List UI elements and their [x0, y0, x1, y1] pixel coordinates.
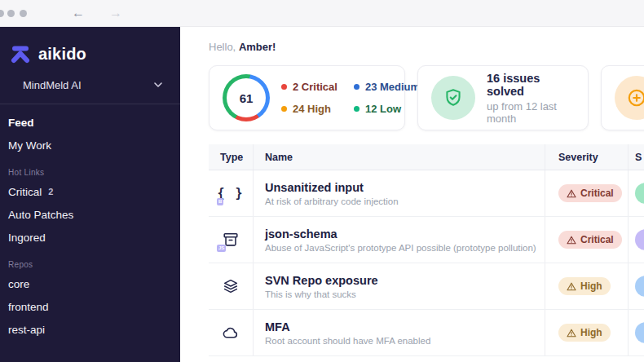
workspace-name: MindMeld AI: [23, 79, 82, 91]
table-row[interactable]: JS json-schema Abuse of JavaScript's pro…: [209, 217, 644, 263]
legend-critical: 2 Critical: [281, 81, 337, 93]
sidebar-item-repo-frontend[interactable]: frontend: [0, 295, 180, 318]
issue-description: Abuse of JavaScript's prototype API poss…: [265, 243, 545, 253]
sidebar-item-label: Critical: [8, 186, 42, 198]
sidebar-item-repo-rest-api[interactable]: rest-api: [0, 318, 180, 341]
legend-low: 12 Low: [354, 103, 420, 115]
legend-label: 2 Critical: [293, 81, 337, 93]
table-header: Type Name Severity S: [209, 144, 644, 170]
window-dot[interactable]: [20, 10, 27, 17]
severity-legend: 2 Critical 24 High 23 Medium 12 Low: [281, 81, 420, 115]
warning-triangle-icon: [567, 189, 576, 198]
issue-name: SVN Repo exposure: [265, 274, 545, 287]
window-controls: [0, 0, 33, 26]
window-dot[interactable]: [0, 10, 4, 17]
sidebar-item-label: frontend: [8, 301, 49, 313]
sidebar: aikido MindMeld AI Feed My Work Hot Link…: [0, 27, 180, 362]
greeting-prefix: Hello,: [209, 41, 236, 53]
low-dot-icon: [354, 106, 359, 112]
sidebar-item-feed[interactable]: Feed: [0, 111, 180, 134]
status-badge: [635, 183, 644, 204]
critical-dot-icon: [281, 84, 287, 90]
critical-count-badge: 2: [48, 187, 53, 196]
code-braces-icon: { } B: [220, 183, 241, 204]
issue-name: json-schema: [265, 227, 545, 241]
table-row[interactable]: SVN Repo exposure This is why that sucks…: [209, 263, 644, 310]
warning-triangle-icon: [567, 282, 576, 291]
status-badge: [635, 322, 644, 343]
score-value: 61: [223, 74, 270, 121]
sidebar-item-ingored[interactable]: Ingored: [0, 226, 180, 249]
add-card[interactable]: [601, 65, 644, 130]
language-badge: B: [217, 198, 223, 205]
solved-subtitle: up from 12 last month: [487, 100, 575, 125]
severity-badge: High: [558, 277, 611, 295]
score-gauge: 61: [223, 74, 270, 121]
sidebar-item-my-work[interactable]: My Work: [0, 134, 180, 157]
cloud-icon: [220, 322, 241, 343]
legend-high: 24 High: [281, 103, 337, 115]
status-badge: [635, 229, 644, 250]
app-window: ← → aikido MindMeld AI Feed: [0, 0, 644, 362]
issues-solved-card: 16 issues solved up from 12 last month: [417, 65, 589, 130]
severity-badge: Critical: [558, 184, 622, 202]
sidebar-item-label: Feed: [8, 117, 34, 129]
issue-description: This is why that sucks: [265, 289, 545, 299]
main-content: Hello, Amber! 61 2 Critical 24 High: [180, 27, 644, 362]
legend-medium: 23 Medium: [354, 81, 420, 93]
issue-description: Root account should have MFA enabled: [265, 336, 545, 346]
security-score-card: 61 2 Critical 24 High 23 Medium: [209, 65, 405, 130]
issue-name: Unsanitized input: [265, 181, 545, 194]
high-dot-icon: [281, 106, 287, 112]
severity-label: High: [580, 327, 602, 338]
sidebar-item-critical[interactable]: Critical 2: [0, 180, 180, 203]
severity-label: Critical: [580, 234, 614, 245]
legend-label: 12 Low: [365, 103, 401, 115]
shield-check-icon: [431, 76, 475, 120]
header-type: Type: [209, 144, 254, 170]
workspace-switcher[interactable]: MindMeld AI: [0, 74, 180, 95]
warning-triangle-icon: [567, 329, 576, 338]
greeting-name: Amber!: [239, 41, 276, 53]
warning-triangle-icon: [567, 236, 576, 245]
severity-label: High: [580, 280, 602, 292]
sidebar-item-label: rest-api: [8, 324, 45, 336]
section-label-repos: Repos: [0, 260, 180, 272]
severity-badge: Critical: [558, 231, 622, 249]
severity-label: Critical: [580, 188, 614, 199]
chevron-down-icon: [154, 82, 162, 87]
sidebar-item-repo-core[interactable]: core: [0, 272, 180, 295]
browser-topbar: ← →: [0, 0, 644, 27]
sidebar-item-auto-patches[interactable]: Auto Patches: [0, 203, 180, 226]
legend-label: 24 High: [293, 103, 331, 115]
language-badge: JS: [217, 245, 226, 252]
plus-circle-icon[interactable]: [615, 76, 644, 120]
aikido-logo-icon: [10, 43, 31, 64]
section-label-hot-links: Hot Links: [0, 168, 180, 180]
sidebar-item-label: Auto Patches: [8, 209, 73, 221]
solved-title: 16 issues solved: [487, 72, 575, 98]
header-status: S: [629, 144, 644, 170]
header-severity: Severity: [545, 144, 629, 170]
table-row[interactable]: { } B Unsanitized input At risk of arbit…: [209, 170, 644, 217]
issue-name: MFA: [265, 320, 545, 333]
issue-description: At risk of arbitrary code injection: [265, 196, 545, 206]
severity-badge: High: [558, 324, 611, 342]
back-icon[interactable]: ←: [65, 3, 91, 23]
sidebar-item-label: core: [8, 278, 29, 290]
sidebar-nav: Feed My Work Hot Links Critical 2 Auto P…: [0, 104, 180, 341]
logo[interactable]: aikido: [0, 27, 180, 64]
sidebar-item-label: Ingored: [8, 232, 46, 244]
package-icon: JS: [220, 229, 241, 250]
status-badge: [635, 276, 644, 297]
summary-cards: 61 2 Critical 24 High 23 Medium: [209, 65, 644, 130]
greeting: Hello, Amber!: [180, 27, 644, 53]
table-row[interactable]: MFA Root account should have MFA enabled…: [209, 310, 644, 356]
layers-icon: [220, 276, 241, 297]
logo-text: aikido: [38, 45, 86, 64]
medium-dot-icon: [354, 84, 359, 90]
header-name: Name: [254, 144, 545, 170]
forward-icon[interactable]: →: [103, 3, 129, 23]
window-dot[interactable]: [7, 10, 15, 17]
issues-table: Type Name Severity S { } B Unsanitized i…: [209, 144, 644, 356]
